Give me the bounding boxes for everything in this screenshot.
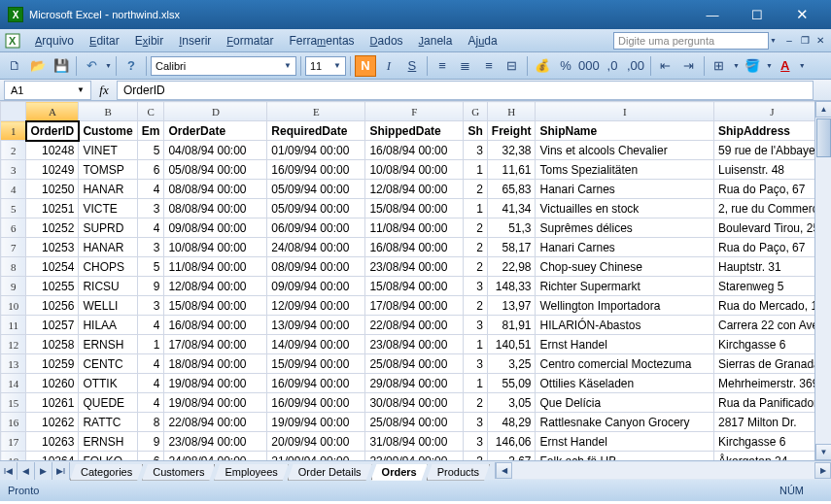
row-header-2[interactable]: 2	[1, 141, 26, 160]
cell[interactable]: Centro comercial Moctezuma	[536, 354, 714, 374]
doc-restore-button[interactable]: ❐	[798, 34, 812, 48]
cell[interactable]: Toms Spezialitäten	[536, 160, 714, 180]
row-header-6[interactable]: 6	[1, 218, 26, 238]
cell[interactable]: 9	[137, 432, 164, 452]
sheet-tab-categories[interactable]: Categories	[70, 464, 143, 481]
scroll-thumb[interactable]	[816, 118, 831, 157]
cell[interactable]: 10262	[26, 413, 79, 432]
borders-icon[interactable]: ⊞	[709, 55, 730, 77]
font-size-combo[interactable]: 11▼	[305, 56, 346, 76]
tab-last-icon[interactable]: ▶I	[52, 462, 70, 480]
sheet-tab-order-details[interactable]: Order Details	[288, 464, 372, 481]
row-header-4[interactable]: 4	[1, 180, 26, 199]
cell[interactable]: Rua da Panificadora	[714, 393, 831, 413]
tab-next-icon[interactable]: ▶	[35, 462, 52, 480]
cell[interactable]: 1	[464, 374, 487, 393]
cell[interactable]: 09/08/94 00:00	[164, 218, 267, 238]
cell[interactable]: 24/08/94 00:00	[164, 452, 267, 461]
cell[interactable]: 6	[137, 452, 164, 461]
cell[interactable]: Mehrheimerstr. 369	[714, 374, 831, 393]
cell[interactable]: 25/08/94 00:00	[365, 354, 464, 374]
cell[interactable]: 10/08/94 00:00	[365, 160, 464, 180]
row-header-13[interactable]: 13	[1, 354, 26, 374]
cell[interactable]: Kirchgasse 6	[714, 432, 831, 452]
cell[interactable]: 13,97	[487, 296, 536, 316]
cell[interactable]: 15/09/94 00:00	[267, 354, 365, 374]
underline-button[interactable]: S	[401, 55, 423, 77]
cell[interactable]: 04/08/94 00:00	[164, 141, 267, 160]
row-header-17[interactable]: 17	[1, 432, 26, 452]
cell[interactable]: 15/08/94 00:00	[365, 199, 464, 218]
cell[interactable]: Carrera 22 con Ave.	[714, 316, 831, 335]
cell[interactable]: 10259	[26, 354, 79, 374]
cell[interactable]: 2	[464, 393, 487, 413]
menu-inserir[interactable]: Inserir	[171, 32, 219, 50]
cell[interactable]: 16/08/94 00:00	[365, 141, 464, 160]
cell[interactable]: 10256	[26, 296, 79, 316]
cell[interactable]: Hanari Carnes	[536, 180, 714, 199]
cell[interactable]: 8	[137, 413, 164, 432]
cell[interactable]: 23/08/94 00:00	[164, 432, 267, 452]
cell[interactable]: 5	[137, 141, 164, 160]
cell[interactable]: 4	[137, 393, 164, 413]
cell[interactable]: Kirchgasse 6	[714, 335, 831, 354]
cell[interactable]: Folk och fä HB	[536, 452, 714, 461]
cell[interactable]: 24/08/94 00:00	[267, 238, 365, 257]
cell[interactable]: Hauptstr. 31	[714, 257, 831, 277]
horizontal-scrollbar[interactable]: ◀ ▶	[495, 462, 831, 479]
cell[interactable]: 4	[137, 218, 164, 238]
cell[interactable]: 3	[464, 141, 487, 160]
cell[interactable]: ShipAddress	[714, 121, 831, 141]
cell[interactable]: Ottilies Käseladen	[536, 374, 714, 393]
cell[interactable]: 3	[464, 413, 487, 432]
font-color-icon[interactable]: A	[775, 55, 796, 77]
menu-arquivo[interactable]: Arquivo	[27, 32, 82, 50]
cell[interactable]: 2	[464, 218, 487, 238]
scroll-down-icon[interactable]: ▼	[815, 444, 831, 460]
cell[interactable]: 19/08/94 00:00	[164, 393, 267, 413]
cell[interactable]: 9	[137, 277, 164, 296]
cell[interactable]: 65,83	[487, 180, 536, 199]
cell[interactable]: 16/08/94 00:00	[164, 316, 267, 335]
name-box[interactable]: A1▼	[4, 81, 91, 100]
cell[interactable]: 2	[464, 257, 487, 277]
cell[interactable]: Que Delícia	[536, 393, 714, 413]
row-header-8[interactable]: 8	[1, 257, 26, 277]
sheet-tab-orders[interactable]: Orders	[371, 464, 428, 481]
ask-dropdown-icon[interactable]: ▼	[770, 37, 777, 44]
cell[interactable]: 4	[137, 374, 164, 393]
cell[interactable]: 3,67	[487, 452, 536, 461]
vertical-scrollbar[interactable]: ▲ ▼	[814, 101, 831, 460]
cell[interactable]: 3	[464, 354, 487, 374]
cell[interactable]: Luisenstr. 48	[714, 160, 831, 180]
cell[interactable]: 148,33	[487, 277, 536, 296]
sheet-tab-customers[interactable]: Customers	[142, 464, 215, 481]
cell[interactable]: 12/09/94 00:00	[267, 296, 365, 316]
cell[interactable]: WELLI	[79, 296, 137, 316]
cell[interactable]: HILARIÓN-Abastos	[536, 316, 714, 335]
cell[interactable]: CHOPS	[79, 257, 137, 277]
help-icon[interactable]: ?	[121, 55, 142, 77]
cell[interactable]: 17/08/94 00:00	[164, 335, 267, 354]
cell[interactable]: 10263	[26, 432, 79, 452]
cell[interactable]: 08/09/94 00:00	[267, 257, 365, 277]
cell[interactable]: 23/09/94 00:00	[365, 452, 464, 461]
cell[interactable]: QUEDE	[79, 393, 137, 413]
cell[interactable]: Richter Supermarkt	[536, 277, 714, 296]
cell[interactable]: 01/09/94 00:00	[267, 141, 365, 160]
column-header-J[interactable]: J	[714, 102, 831, 121]
cell[interactable]: 10252	[26, 218, 79, 238]
cell[interactable]: 1	[464, 199, 487, 218]
cell[interactable]: 10/08/94 00:00	[164, 238, 267, 257]
cell[interactable]: 16/09/94 00:00	[267, 160, 365, 180]
cell[interactable]: HANAR	[79, 238, 137, 257]
cell[interactable]: 15/08/94 00:00	[164, 296, 267, 316]
cell[interactable]: ERNSH	[79, 432, 137, 452]
align-center-icon[interactable]: ≣	[455, 55, 476, 77]
cell[interactable]: RATTC	[79, 413, 137, 432]
cell[interactable]: 20/09/94 00:00	[267, 432, 365, 452]
cell[interactable]: Rua do Paço, 67	[714, 180, 831, 199]
menu-janela[interactable]: Janela	[411, 32, 461, 50]
cell[interactable]: VICTE	[79, 199, 137, 218]
scroll-up-icon[interactable]: ▲	[815, 101, 831, 118]
